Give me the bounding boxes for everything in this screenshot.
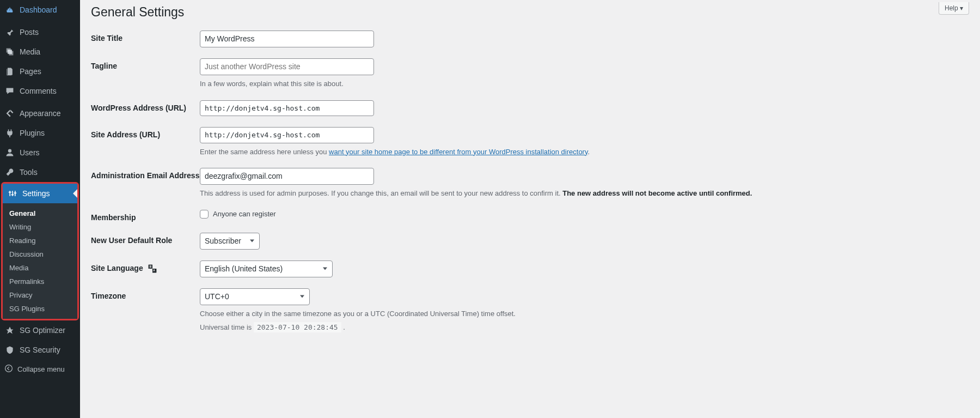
site-url-help-link[interactable]: want your site home page to be different…: [329, 148, 587, 156]
admin-sidebar: Dashboard Posts Media Pages Comments App…: [0, 0, 80, 418]
sidebar-item-dashboard[interactable]: Dashboard: [0, 0, 80, 20]
sidebar-item-label: Pages: [20, 67, 41, 76]
admin-email-description: This address is used for admin purposes.…: [200, 188, 969, 199]
submenu-item-media[interactable]: Media: [3, 261, 77, 275]
sidebar-item-label: Posts: [20, 28, 39, 37]
main-content: Help ▾ General Settings Site Title Tagli…: [80, 0, 980, 418]
svg-rect-5: [11, 195, 14, 196]
sidebar-item-label: Plugins: [20, 129, 45, 137]
site-url-input[interactable]: [200, 127, 374, 143]
settings-submenu: General Writing Reading Discussion Media…: [3, 203, 77, 319]
pages-icon: [4, 66, 15, 77]
highlighted-settings-section: Settings General Writing Reading Discuss…: [1, 182, 79, 320]
admin-email-label: Administration Email Address: [91, 168, 200, 180]
help-button[interactable]: Help ▾: [939, 2, 969, 15]
site-url-description: Enter the same address here unless you w…: [200, 147, 969, 157]
universal-time-value: 2023-07-10 20:28:45: [254, 322, 341, 332]
svg-text:文: 文: [148, 265, 151, 268]
collapse-menu-label: Collapse menu: [17, 365, 65, 373]
shield-icon: [4, 344, 15, 355]
submenu-item-general[interactable]: General: [3, 207, 77, 220]
pin-icon: [4, 27, 15, 38]
tagline-label: Tagline: [91, 58, 200, 70]
admin-email-input[interactable]: [200, 168, 374, 185]
svg-text:A: A: [152, 269, 155, 272]
collapse-menu-button[interactable]: Collapse menu: [0, 360, 80, 379]
tools-icon: [4, 167, 15, 178]
timezone-select[interactable]: UTC+0: [200, 288, 310, 305]
appearance-icon: [4, 108, 15, 119]
sidebar-item-media[interactable]: Media: [0, 42, 80, 62]
timezone-description: Choose either a city in the same timezon…: [200, 308, 969, 319]
sidebar-item-pages[interactable]: Pages: [0, 62, 80, 81]
membership-checkbox[interactable]: [200, 210, 209, 219]
sidebar-item-label: Media: [20, 47, 40, 56]
language-select[interactable]: English (United States): [200, 261, 333, 277]
submenu-item-privacy[interactable]: Privacy: [3, 288, 77, 302]
sidebar-item-label: Comments: [20, 87, 57, 95]
submenu-item-discussion[interactable]: Discussion: [3, 247, 77, 261]
page-title: General Settings: [91, 0, 969, 31]
site-url-label: Site Address (URL): [91, 127, 200, 139]
default-role-label: New User Default Role: [91, 233, 200, 245]
sidebar-item-label: Dashboard: [20, 5, 57, 14]
translate-icon: 文A: [148, 264, 157, 274]
site-title-input[interactable]: [200, 31, 374, 47]
media-icon: [4, 46, 15, 57]
sidebar-item-users[interactable]: Users: [0, 143, 80, 162]
universal-time-line: Universal time is 2023-07-10 20:28:45 .: [200, 322, 969, 333]
sidebar-item-comments[interactable]: Comments: [0, 81, 80, 101]
sidebar-item-appearance[interactable]: Appearance: [0, 104, 80, 123]
svg-point-7: [5, 365, 13, 372]
sg-optimizer-icon: [4, 325, 15, 336]
sidebar-item-settings[interactable]: Settings: [3, 184, 77, 203]
sidebar-item-label: Tools: [20, 168, 38, 177]
collapse-icon: [4, 364, 13, 374]
dashboard-icon: [4, 4, 15, 15]
svg-rect-6: [14, 192, 16, 193]
submenu-item-reading[interactable]: Reading: [3, 234, 77, 247]
submenu-item-sg-plugins[interactable]: SG Plugins: [3, 302, 77, 316]
tagline-description: In a few words, explain what this site i…: [200, 78, 969, 89]
site-title-label: Site Title: [91, 31, 200, 43]
sidebar-item-plugins[interactable]: Plugins: [0, 123, 80, 143]
membership-checkbox-label: Anyone can register: [213, 210, 276, 218]
user-icon: [4, 147, 15, 158]
svg-rect-4: [9, 192, 11, 193]
comments-icon: [4, 86, 15, 96]
sidebar-item-posts[interactable]: Posts: [0, 22, 80, 42]
language-label: Site Language 文A: [91, 261, 200, 274]
timezone-label: Timezone: [91, 288, 200, 300]
plugin-icon: [4, 128, 15, 138]
submenu-item-permalinks[interactable]: Permalinks: [3, 275, 77, 288]
membership-label: Membership: [91, 210, 200, 222]
sidebar-item-label: SG Optimizer: [20, 326, 65, 335]
sidebar-item-tools[interactable]: Tools: [0, 162, 80, 182]
settings-icon: [7, 188, 18, 199]
wp-url-label: WordPress Address (URL): [91, 100, 200, 112]
svg-rect-2: [12, 191, 13, 196]
sidebar-item-label: Settings: [22, 189, 50, 198]
sidebar-item-label: Users: [20, 148, 40, 157]
svg-rect-1: [9, 191, 10, 196]
sidebar-item-label: SG Security: [20, 346, 60, 354]
submenu-item-writing[interactable]: Writing: [3, 220, 77, 234]
sidebar-item-sg-optimizer[interactable]: SG Optimizer: [0, 320, 80, 340]
svg-point-0: [8, 149, 11, 153]
wp-url-input[interactable]: [200, 100, 374, 117]
default-role-select[interactable]: Subscriber: [200, 233, 260, 250]
tagline-input[interactable]: [200, 58, 374, 75]
sidebar-item-label: Appearance: [20, 109, 61, 118]
sidebar-item-sg-security[interactable]: SG Security: [0, 340, 80, 360]
